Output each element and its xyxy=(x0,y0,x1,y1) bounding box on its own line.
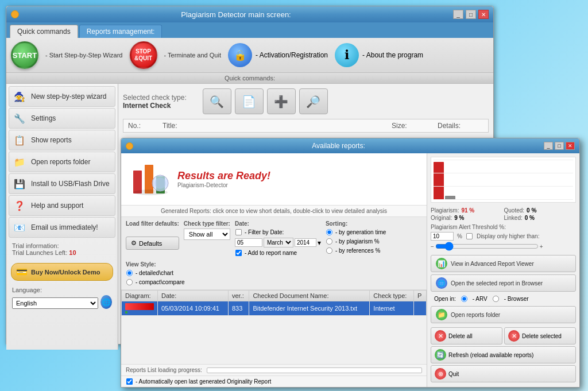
date-day-input[interactable] xyxy=(235,238,262,247)
globe-button[interactable]: 🌐 xyxy=(100,295,113,309)
document-check-icon[interactable]: 📄 xyxy=(235,88,264,114)
activation-desc: - Activation/Registration xyxy=(256,51,328,59)
about-desc: - About the program xyxy=(362,51,423,59)
start-button[interactable]: START xyxy=(11,41,38,69)
bar-original xyxy=(445,196,455,200)
auto-open-checkbox[interactable] xyxy=(126,378,133,385)
sidebar-item-wizard[interactable]: 🧙 New step-by-step wizard xyxy=(9,86,115,107)
close-button[interactable]: ✕ xyxy=(478,10,489,19)
stat-plagiarism: Plagiarism: 91 % xyxy=(431,207,503,214)
sidebar-wizard-label: New step-by-step wizard xyxy=(31,92,106,100)
check-icons: 🔍 📄 ➕ 🔎 xyxy=(203,88,328,114)
results-ready: Results are Ready! Plagiarism-Detector xyxy=(121,153,427,206)
threshold-label: Plagiarism Alert Threshold %: xyxy=(431,224,506,230)
load-filter-group: Load filter defaults: ⚙ Defaults xyxy=(126,220,179,250)
threshold-slider[interactable] xyxy=(435,242,539,251)
usb-icon: 💾 xyxy=(13,177,26,191)
linked-value: 0 % xyxy=(525,215,535,221)
add-to-report-label: - Add to report name xyxy=(245,250,297,256)
main-window-title: Plagiarism Detector main screen: xyxy=(19,10,453,19)
traffic-light[interactable] xyxy=(11,10,19,18)
about-button[interactable]: ℹ - About the program xyxy=(335,43,423,67)
sort-gen-time[interactable] xyxy=(326,229,332,235)
reports-maximize[interactable]: □ xyxy=(555,142,564,150)
th-checktype: Check type: xyxy=(370,291,414,301)
browser-label: - Browser xyxy=(504,296,529,302)
view-detailed-label: - detailed\chart xyxy=(136,270,173,276)
sidebar-item-open-folder[interactable]: 📁 Open reports folder xyxy=(9,152,115,172)
reports-minimize[interactable]: _ xyxy=(544,142,553,150)
reports-subtitle: Generated Reports: click once to view sh… xyxy=(121,206,427,217)
help-icon: ❓ xyxy=(13,199,26,212)
stop-button[interactable]: STOP&QUIT xyxy=(130,41,157,69)
col-no: No.: xyxy=(128,122,151,130)
extra-check-icon[interactable]: 🔎 xyxy=(299,88,328,114)
tab-bar: Quick commands Reports management: xyxy=(6,22,493,38)
view-advanced-button[interactable]: 📊 View in Advanced Report Viewer xyxy=(431,255,576,272)
date-month-select[interactable]: March xyxy=(264,238,293,247)
threshold-checkbox[interactable] xyxy=(466,233,473,239)
add-to-report-checkbox[interactable] xyxy=(235,250,242,256)
stat-quoted: Quoted: 0 % xyxy=(504,207,577,214)
toolbar: START - Start Step-by-Step Wizard STOP&Q… xyxy=(6,38,493,73)
delete-selected-button[interactable]: ✕ Delete selected xyxy=(504,327,576,344)
tab-quick-commands[interactable]: Quick commands xyxy=(10,25,78,38)
sidebar-item-settings[interactable]: 🔧 Settings xyxy=(9,108,115,129)
view-compact[interactable] xyxy=(126,279,133,285)
sidebar-item-usb[interactable]: 💾 Install to USB/Flash Drive xyxy=(9,173,115,194)
sidebar-email-label: Email us immediately! xyxy=(31,223,98,231)
th-date: Date: xyxy=(158,291,229,301)
sorting-group: Sorting: - by generation time - by plagi… xyxy=(326,220,386,254)
activation-button[interactable]: 🔒 - Activation/Registration xyxy=(228,43,328,67)
reports-traffic-light[interactable] xyxy=(126,142,133,150)
table-row[interactable]: 05/03/2014 10:09:41 833 Bitdefender Inte… xyxy=(122,301,427,316)
open-browser-button[interactable]: 🌐 Open the selected report in Browser xyxy=(431,274,576,292)
date-year-input[interactable] xyxy=(295,238,316,247)
language-select[interactable]: English xyxy=(12,297,98,309)
check-type-filter-select[interactable]: Show all xyxy=(184,229,230,240)
filter-row: Load filter defaults: ⚙ Defaults Check t… xyxy=(121,217,427,290)
th-diagram: Diagram: xyxy=(122,291,158,301)
sidebar-folder-label: Open reports folder xyxy=(31,158,90,166)
quick-commands-label: Quick commands: xyxy=(6,73,493,84)
defaults-button[interactable]: ⚙ Defaults xyxy=(126,237,179,250)
refresh-button[interactable]: 🔄 Refresh (reload available reports) xyxy=(431,346,576,363)
buy-button[interactable]: 💳 Buy Now/Unlock Demo xyxy=(11,263,113,281)
open-folder-button[interactable]: 📁 Open reports folder xyxy=(431,306,576,323)
open-arv-radio[interactable] xyxy=(461,296,467,302)
delete-all-button[interactable]: ✕ Delete all xyxy=(431,327,502,344)
maximize-button[interactable]: □ xyxy=(466,10,476,19)
sort-plagiarism[interactable] xyxy=(326,238,332,245)
sort-references[interactable] xyxy=(326,247,332,254)
reports-close[interactable]: ✕ xyxy=(566,142,575,150)
reports-table: Diagram: Date: ver.: Checked Document Na… xyxy=(121,290,427,316)
view-detailed[interactable] xyxy=(126,270,133,276)
quoted-value: 0 % xyxy=(527,207,536,214)
linked-label: Linked: xyxy=(504,215,523,221)
plagiarism-label: Plagiarism: xyxy=(431,207,459,214)
sidebar-usb-label: Install to USB/Flash Drive xyxy=(31,180,110,188)
open-browser-radio[interactable] xyxy=(493,296,499,302)
open-in-row: Open in: - ARV - Browser xyxy=(431,294,576,304)
threshold-row: % Display only higher than: xyxy=(431,232,576,241)
minimize-button[interactable]: _ xyxy=(453,10,463,19)
delete-all-label: Delete all xyxy=(448,333,473,339)
tab-reports-management[interactable]: Reports management: xyxy=(79,25,163,38)
quit-icon: ⊗ xyxy=(435,368,446,380)
results-chart-icon xyxy=(130,159,171,199)
threshold-input[interactable] xyxy=(431,232,454,241)
quit-button[interactable]: ⊗ Quit xyxy=(431,365,576,382)
diagram-bar xyxy=(125,303,154,310)
filter-by-date-checkbox[interactable] xyxy=(235,229,242,235)
threshold-percent: % xyxy=(457,233,462,239)
sidebar-item-help[interactable]: ❓ Help and support xyxy=(9,195,115,216)
open-in-label: Open in: xyxy=(434,296,456,302)
sidebar-item-email[interactable]: 📧 Email us immediately! xyxy=(9,217,115,238)
sidebar-item-reports[interactable]: 📋 Show reports xyxy=(9,130,115,150)
delete-selected-label: Delete selected xyxy=(522,333,562,339)
date-filter-group: Date: - Filter by Date: March ▾ xyxy=(235,220,321,257)
internet-check-icon[interactable]: 🔍 xyxy=(203,88,231,114)
reports-window-title: Available reports: xyxy=(133,142,544,150)
open-browser-label: Open the selected report in Browser xyxy=(451,280,543,287)
add-check-icon[interactable]: ➕ xyxy=(267,88,296,114)
